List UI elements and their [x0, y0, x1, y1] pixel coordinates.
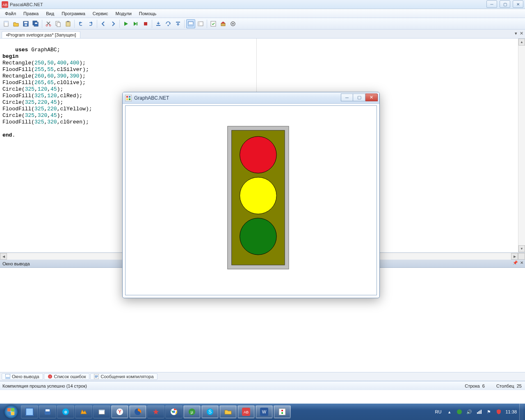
step-over-button[interactable]	[164, 19, 173, 28]
bottom-tab-errors[interactable]: ! Список ошибок	[44, 373, 90, 380]
toggle-errors-button[interactable]	[196, 19, 205, 28]
output-panel-title: Окно вывода	[2, 261, 30, 266]
tray-action-icon[interactable]: ⚑	[486, 409, 492, 415]
scroll-right-icon[interactable]: ▶	[511, 253, 518, 260]
scroll-left-icon[interactable]: ◀	[0, 253, 7, 260]
svg-text:AB: AB	[244, 410, 249, 414]
editor-vertical-scrollbar[interactable]: ▲ ▼	[518, 39, 525, 252]
tray-volume-icon[interactable]: 🔊	[466, 409, 472, 415]
os-maximize-button[interactable]: ▢	[500, 0, 510, 8]
open-file-button[interactable]	[11, 19, 21, 28]
svg-point-61	[281, 412, 283, 414]
taskbar-item-yandex[interactable]: Y	[111, 405, 128, 418]
svg-rect-41	[46, 409, 50, 411]
pin-icon[interactable]: 📌	[513, 260, 518, 265]
graphabc-minimize-button[interactable]: ─	[341, 94, 353, 101]
os-close-button[interactable]: ✕	[513, 0, 523, 8]
options-button[interactable]	[228, 19, 237, 28]
taskbar-item-pascalabc[interactable]: AB	[237, 405, 255, 418]
taskbar-item-skype[interactable]: S	[201, 405, 219, 418]
start-button[interactable]	[2, 404, 21, 419]
menu-file[interactable]: Файл	[2, 10, 19, 17]
taskbar-item[interactable]: ⊗	[57, 405, 74, 418]
menu-modules[interactable]: Модули	[112, 10, 135, 17]
input-language[interactable]: RU	[434, 409, 443, 415]
scrollbar-track[interactable]	[518, 46, 525, 245]
cursor-line: Строка 6	[465, 383, 485, 388]
bottom-tab-label: Список ошибок	[54, 374, 86, 379]
nav-back-button[interactable]	[99, 19, 108, 28]
graphabc-window[interactable]: GraphABC.NET ─ ▢ ✕	[122, 92, 380, 298]
bottom-tab-output[interactable]: Окно вывода	[2, 373, 43, 380]
svg-text:µ: µ	[191, 409, 194, 414]
redo-button[interactable]	[86, 19, 95, 28]
menu-service[interactable]: Сервис	[89, 10, 112, 17]
graphabc-titlebar[interactable]: GraphABC.NET ─ ▢ ✕	[123, 92, 379, 104]
show-desktop-button[interactable]	[519, 404, 523, 420]
save-button[interactable]	[21, 19, 30, 28]
taskbar-item[interactable]	[21, 405, 38, 418]
run-no-debug-button[interactable]	[131, 19, 140, 28]
taskbar-item-chrome[interactable]	[165, 405, 183, 418]
svg-rect-15	[67, 21, 69, 22]
tab-dropdown-icon[interactable]: ▾	[515, 31, 517, 36]
graphabc-canvas-border	[125, 105, 377, 295]
step-into-button[interactable]	[154, 19, 163, 28]
graphabc-maximize-button[interactable]: ▢	[353, 94, 365, 101]
os-minimize-button[interactable]: ─	[486, 0, 497, 8]
scroll-down-icon[interactable]: ▼	[518, 245, 525, 252]
menu-program[interactable]: Программа	[58, 10, 89, 17]
stop-button[interactable]	[141, 19, 150, 28]
toggle-output-button[interactable]	[186, 19, 195, 28]
document-tab[interactable]: •Program svetogor.pas* [Запущен]	[2, 31, 80, 38]
svg-rect-23	[198, 22, 200, 26]
cut-button[interactable]	[44, 19, 53, 28]
menu-edit[interactable]: Правка	[20, 10, 42, 17]
nav-forward-button[interactable]	[109, 19, 118, 28]
toolbar-separator	[184, 20, 185, 28]
svg-point-76	[240, 218, 277, 255]
tray-utorrent-icon[interactable]	[456, 409, 463, 415]
tray-clock[interactable]: 11:38	[505, 409, 517, 414]
new-file-button[interactable]	[2, 19, 11, 28]
graphabc-close-button[interactable]: ✕	[365, 94, 378, 101]
close-panel-icon[interactable]: ✕	[520, 260, 523, 265]
tray-show-hidden-icon[interactable]: ▴	[446, 409, 453, 415]
step-out-button[interactable]	[173, 19, 183, 28]
graphabc-canvas	[126, 106, 377, 296]
taskbar-item-word[interactable]: W	[256, 405, 273, 418]
app-icon: AB	[2, 1, 8, 8]
build-button[interactable]	[219, 19, 228, 28]
toolbar-separator	[152, 20, 152, 28]
svg-rect-71	[129, 98, 130, 100]
taskbar-item[interactable]	[39, 405, 56, 418]
taskbar-item-explorer[interactable]	[219, 405, 237, 418]
taskbar-item-utorrent[interactable]: µ	[183, 405, 201, 418]
taskbar-item[interactable]	[147, 405, 164, 418]
scroll-up-icon[interactable]: ▲	[518, 39, 525, 46]
compile-button[interactable]	[209, 19, 218, 28]
undo-button[interactable]	[76, 19, 85, 28]
run-button[interactable]	[121, 19, 130, 28]
save-all-button[interactable]	[31, 19, 40, 28]
svg-text:Y: Y	[118, 409, 121, 415]
svg-rect-25	[221, 23, 225, 26]
taskbar-item-graphabc[interactable]	[274, 405, 291, 418]
menu-view[interactable]: Вид	[43, 10, 57, 17]
svg-rect-5	[24, 22, 27, 23]
status-bar: Компиляция прошла успешно (14 строк) Стр…	[0, 381, 525, 390]
copy-button[interactable]	[54, 19, 63, 28]
bottom-tab-compiler[interactable]: Сообщения компилятора	[90, 373, 157, 380]
paste-button[interactable]	[64, 19, 73, 28]
taskbar-item-firefox[interactable]	[129, 405, 146, 418]
svg-rect-65	[479, 411, 480, 414]
menu-help[interactable]: Помощь	[136, 10, 160, 17]
taskbar-item[interactable]	[93, 405, 110, 418]
tab-close-icon[interactable]: ✕	[520, 31, 523, 36]
taskbar-item[interactable]	[75, 405, 92, 418]
svg-rect-66	[481, 410, 482, 414]
svg-rect-70	[126, 98, 128, 100]
svg-rect-17	[156, 25, 160, 26]
tray-network-icon[interactable]	[476, 409, 482, 415]
tray-security-icon[interactable]	[495, 409, 502, 415]
